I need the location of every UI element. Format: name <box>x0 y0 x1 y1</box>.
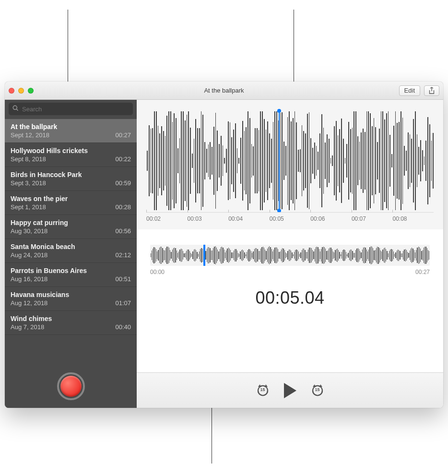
recording-date: Sept 12, 2018 <box>11 131 49 139</box>
overview-end-time: 00:27 <box>415 269 430 275</box>
edit-button[interactable]: Edit <box>399 85 420 96</box>
list-item[interactable]: At the ballparkSept 12, 201800:27 <box>5 119 137 143</box>
sidebar: At the ballparkSept 12, 201800:27Hollywo… <box>5 100 137 408</box>
zoom-window-button[interactable] <box>28 88 34 94</box>
time-axis: 00:0200:0300:0400:0500:0600:0700:08 <box>146 212 434 225</box>
close-window-button[interactable] <box>9 88 14 94</box>
recording-date: Aug 12, 2018 <box>11 299 47 307</box>
recording-date: Aug 16, 2018 <box>11 275 47 283</box>
playback-controls: 15 15 <box>137 372 443 408</box>
record-icon <box>60 376 82 397</box>
minimize-window-button[interactable] <box>18 88 24 94</box>
recording-name: Havana musicians <box>11 291 131 298</box>
axis-tick: 00:04 <box>228 213 270 225</box>
recording-duration: 02:12 <box>115 251 131 259</box>
play-icon <box>284 383 296 398</box>
share-icon <box>428 87 435 95</box>
waveform-overview[interactable] <box>150 245 430 266</box>
skip-back-label: 15 <box>255 387 271 392</box>
skip-forward-label: 15 <box>310 387 325 392</box>
recording-date: Aug 7, 2018 <box>11 323 44 331</box>
axis-tick: 00:02 <box>146 213 188 225</box>
record-button[interactable] <box>57 372 85 400</box>
axis-tick: 00:05 <box>270 213 311 225</box>
recording-date: Aug 24, 2018 <box>11 251 47 259</box>
recording-duration: 00:40 <box>115 323 131 331</box>
share-button[interactable] <box>424 85 439 96</box>
recording-duration: 00:22 <box>115 155 131 163</box>
axis-tick: 00:06 <box>310 213 352 225</box>
list-item[interactable]: Wind chimesAug 7, 201800:40 <box>5 311 137 335</box>
window-title: At the ballpark <box>5 87 443 94</box>
waveform-zoom[interactable]: 00:0200:0300:0400:0500:0600:0700:08 <box>137 100 443 229</box>
recording-duration: 00:59 <box>115 179 131 187</box>
recording-name: Happy cat purring <box>11 219 131 226</box>
recording-date: Sept 8, 2018 <box>11 155 46 163</box>
recording-name: Hollywood Hills crickets <box>11 147 131 155</box>
recording-date: Sept 3, 2018 <box>11 179 46 187</box>
play-button[interactable] <box>284 383 296 398</box>
list-item[interactable]: Havana musiciansAug 12, 201801:07 <box>5 287 137 311</box>
recording-duration: 00:51 <box>115 275 131 283</box>
playhead-zoom[interactable] <box>279 111 280 210</box>
recording-duration: 01:07 <box>115 299 131 307</box>
list-item[interactable]: Waves on the pierSept 1, 201800:28 <box>5 191 137 215</box>
axis-tick: 00:08 <box>392 213 434 225</box>
list-item[interactable]: Happy cat purringAug 30, 201800:56 <box>5 215 137 239</box>
voice-memos-window: At the ballpark Edit At the ballparkSept… <box>5 82 443 408</box>
recording-name: Santa Monica beach <box>11 243 131 250</box>
titlebar: At the ballpark Edit <box>5 82 443 100</box>
overview-start-time: 00:00 <box>150 269 165 275</box>
playhead-overview[interactable] <box>203 245 205 266</box>
skip-forward-button[interactable]: 15 <box>310 383 325 398</box>
axis-tick: 00:03 <box>188 213 229 225</box>
detail-pane: 00:0200:0300:0400:0500:0600:0700:08 00:0… <box>137 100 443 408</box>
recording-date: Sept 1, 2018 <box>11 203 46 211</box>
list-item[interactable]: Santa Monica beachAug 24, 201802:12 <box>5 239 137 263</box>
list-item[interactable]: Birds in Hancock ParkSept 3, 201800:59 <box>5 167 137 191</box>
recording-name: Parrots in Buenos Aires <box>11 267 131 274</box>
recordings-list: At the ballparkSept 12, 201800:27Hollywo… <box>5 119 137 365</box>
recording-name: Waves on the pier <box>11 195 131 202</box>
recording-name: Wind chimes <box>11 315 131 322</box>
list-item[interactable]: Parrots in Buenos AiresAug 16, 201800:51 <box>5 263 137 287</box>
search-input[interactable] <box>9 103 133 115</box>
recording-duration: 00:27 <box>115 131 131 139</box>
recording-name: At the ballpark <box>11 123 131 131</box>
axis-tick: 00:07 <box>352 213 393 225</box>
current-time: 00:05.04 <box>137 288 443 308</box>
recording-name: Birds in Hancock Park <box>11 171 131 178</box>
recording-duration: 00:28 <box>115 203 131 211</box>
list-item[interactable]: Hollywood Hills cricketsSept 8, 201800:2… <box>5 143 137 167</box>
skip-back-button[interactable]: 15 <box>255 383 271 398</box>
recording-duration: 00:56 <box>115 227 131 235</box>
recording-date: Aug 30, 2018 <box>11 227 47 235</box>
